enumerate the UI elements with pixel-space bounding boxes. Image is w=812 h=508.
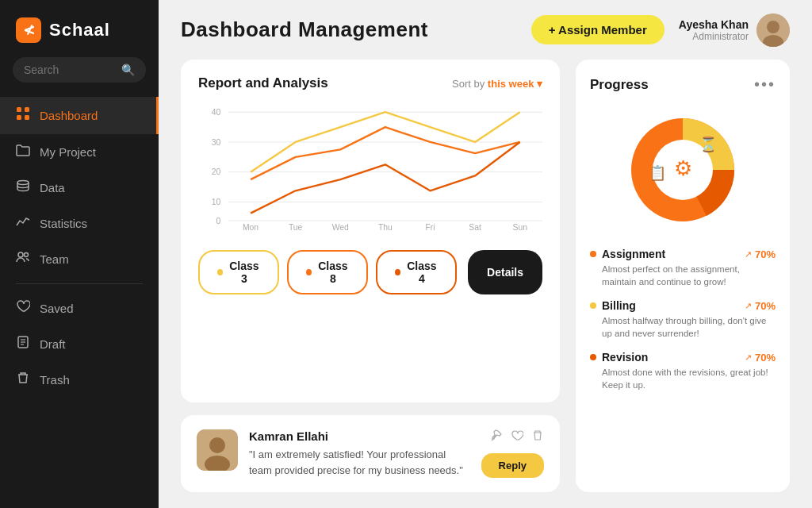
sidebar-item-label: Dashboard	[40, 109, 98, 122]
svg-text:📋: 📋	[649, 164, 667, 182]
team-icon	[16, 251, 30, 267]
header: Dashboard Management + Assign Member Aye…	[159, 0, 812, 60]
progress-card: Progress ••• ⚙	[576, 60, 790, 492]
sidebar-item-label: Team	[40, 252, 69, 266]
details-button[interactable]: Details	[468, 250, 542, 294]
class-3-dot	[217, 269, 223, 275]
sidebar-item-draft[interactable]: Draft	[0, 326, 159, 362]
logo-text: Schaal	[49, 20, 110, 40]
progress-percent: 70%	[755, 300, 776, 312]
svg-text:Fri: Fri	[425, 223, 435, 232]
sidebar-item-statistics[interactable]: Statistics	[0, 206, 159, 241]
review-card: Kamran Ellahi "I am extremely satisfied!…	[181, 415, 560, 492]
progress-arrow-icon: ↗	[745, 301, 752, 311]
chart-header: Report and Analysis Sort by this week ▾	[198, 75, 542, 91]
sidebar-item-team[interactable]: Team	[0, 241, 159, 277]
svg-text:Mon: Mon	[243, 223, 259, 232]
assign-member-button[interactable]: + Assign Member	[531, 15, 665, 44]
progress-name: Revision	[602, 351, 648, 364]
svg-text:10: 10	[212, 198, 221, 206]
line-chart: 40 30 20 10 0 Mon Tue Wed Thu Fri Sat Su…	[198, 101, 542, 236]
class-8-dot	[306, 269, 312, 275]
chart-card: Report and Analysis Sort by this week ▾	[181, 60, 560, 402]
main-content: Dashboard Management + Assign Member Aye…	[159, 0, 812, 508]
sidebar-nav: Dashboard My Project Data Statistics Tea…	[0, 97, 159, 508]
search-icon: 🔍	[121, 64, 135, 76]
heart-icon	[16, 300, 30, 317]
reply-button[interactable]: Reply	[481, 453, 544, 478]
svg-rect-2	[17, 115, 21, 120]
svg-text:0: 0	[216, 217, 221, 225]
sidebar: ≮ Schaal 🔍 Dashboard My Project	[0, 0, 159, 508]
progress-items: Assignment ↗ 70% Almost perfect on the a…	[590, 248, 776, 392]
svg-text:Tue: Tue	[289, 223, 303, 232]
sidebar-item-label: Draft	[40, 337, 66, 351]
statistics-icon	[16, 215, 30, 232]
progress-item-header: Assignment ↗ 70%	[590, 248, 776, 260]
delete-icon[interactable]	[531, 429, 544, 445]
pin-icon[interactable]	[490, 429, 503, 445]
svg-rect-3	[25, 115, 29, 120]
folder-icon	[16, 144, 30, 160]
progress-dot	[590, 302, 596, 309]
left-column: Report and Analysis Sort by this week ▾	[181, 60, 560, 492]
svg-rect-0	[17, 107, 21, 112]
sidebar-item-data[interactable]: Data	[0, 170, 159, 206]
sidebar-item-dashboard[interactable]: Dashboard	[0, 97, 159, 134]
sort-by: Sort by this week ▾	[452, 78, 542, 90]
progress-item-header: Revision ↗ 70%	[590, 351, 776, 364]
progress-title: Progress	[590, 77, 649, 93]
progress-dot	[590, 354, 596, 360]
user-info: Ayesha Khan Administrator	[679, 13, 790, 47]
user-text: Ayesha Khan Administrator	[679, 18, 749, 42]
svg-text:Sun: Sun	[512, 223, 527, 232]
class-8-button[interactable]: Class 8	[287, 250, 368, 294]
logo-icon: ≮	[16, 17, 41, 43]
search-container[interactable]: 🔍	[13, 57, 146, 83]
sidebar-item-label: Statistics	[40, 217, 87, 230]
progress-percent: 70%	[755, 352, 776, 364]
dashboard-icon	[16, 106, 30, 125]
page-title: Dashboard Management	[181, 17, 428, 42]
progress-description: Almost perfect on the assignment, mainta…	[590, 263, 776, 288]
progress-arrow-icon: ↗	[745, 249, 752, 260]
search-input[interactable]	[24, 64, 115, 76]
class-4-button[interactable]: Class 4	[376, 250, 457, 294]
class-buttons: Class 3 Class 8 Class 4 Details	[198, 250, 542, 294]
progress-arrow-icon: ↗	[745, 352, 752, 363]
sidebar-item-label: My Project	[40, 145, 96, 159]
user-role: Administrator	[679, 31, 749, 42]
sidebar-item-my-project[interactable]: My Project	[0, 134, 159, 170]
sidebar-item-trash[interactable]: Trash	[0, 362, 159, 398]
svg-text:40: 40	[212, 108, 221, 117]
sidebar-item-label: Trash	[40, 373, 70, 387]
sort-value[interactable]: this week ▾	[488, 78, 542, 90]
progress-item-billing: Billing ↗ 70% Almost halfway through bil…	[590, 299, 776, 340]
svg-point-4	[17, 181, 29, 185]
svg-point-6	[25, 253, 29, 257]
review-actions: Reply	[481, 429, 544, 478]
more-options-icon[interactable]: •••	[754, 75, 776, 94]
heart-icon[interactable]	[511, 429, 523, 445]
content-area: Report and Analysis Sort by this week ▾	[159, 60, 812, 508]
chart-title: Report and Analysis	[198, 75, 328, 91]
class-3-button[interactable]: Class 3	[198, 250, 279, 294]
svg-text:30: 30	[212, 138, 221, 147]
review-icons	[490, 429, 544, 445]
avatar	[756, 13, 790, 47]
svg-text:⏳: ⏳	[699, 136, 718, 153]
progress-header: Progress •••	[590, 75, 776, 94]
sidebar-item-saved[interactable]: Saved	[0, 291, 159, 326]
right-column: Progress ••• ⚙	[576, 60, 790, 492]
reviewer-name: Kamran Ellahi	[249, 429, 470, 443]
progress-item-assignment: Assignment ↗ 70% Almost perfect on the a…	[590, 248, 776, 288]
sidebar-bottom: Saved Draft Trash	[0, 291, 159, 398]
svg-point-12	[767, 21, 779, 33]
draft-icon	[16, 336, 30, 352]
sidebar-logo: ≮ Schaal	[0, 0, 159, 57]
data-icon	[16, 179, 30, 196]
progress-item-revision: Revision ↗ 70% Almost done with the revi…	[590, 351, 776, 391]
reviewer-avatar	[197, 429, 238, 471]
trash-icon	[16, 371, 30, 388]
header-right: + Assign Member Ayesha Khan Administrato…	[531, 13, 790, 47]
